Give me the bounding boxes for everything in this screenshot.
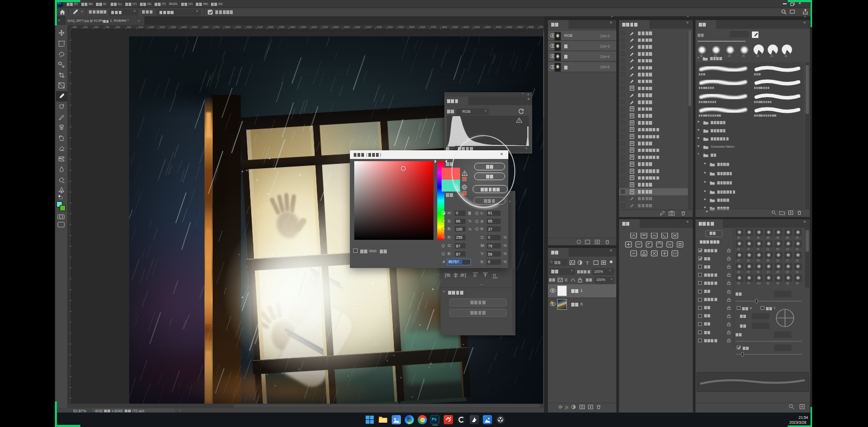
svg-text:4100: 4100	[474, 26, 480, 29]
svg-text:2900: 2900	[344, 26, 350, 29]
svg-text:2800: 2800	[333, 26, 339, 29]
svg-text:800: 800	[116, 26, 120, 29]
svg-text:2700: 2700	[322, 26, 328, 29]
svg-text:fx: fx	[565, 405, 569, 410]
svg-text:400: 400	[73, 26, 77, 29]
svg-text:700: 700	[105, 26, 110, 29]
svg-text:2100: 2100	[257, 26, 263, 29]
svg-text:4700: 4700	[539, 26, 543, 29]
svg-text:1400: 1400	[181, 26, 187, 29]
svg-text:2400: 2400	[290, 26, 296, 29]
svg-text:T: T	[586, 260, 589, 266]
svg-text:1700: 1700	[214, 26, 220, 29]
svg-text:500: 500	[84, 26, 88, 29]
svg-text:4300: 4300	[496, 26, 502, 29]
svg-text:1600: 1600	[203, 26, 209, 29]
svg-text:1100: 1100	[149, 26, 154, 29]
svg-text:1200: 1200	[159, 26, 165, 29]
svg-text:4200: 4200	[485, 26, 491, 29]
svg-text:1900: 1900	[235, 26, 241, 29]
svg-text:1800: 1800	[225, 26, 231, 29]
svg-text:2600: 2600	[311, 26, 317, 29]
svg-text:3600: 3600	[420, 26, 426, 29]
svg-text:3900: 3900	[452, 26, 458, 29]
svg-text:2000: 2000	[246, 26, 252, 29]
svg-text:3800: 3800	[442, 26, 448, 29]
svg-text:900: 900	[127, 26, 131, 29]
svg-text:2300: 2300	[279, 26, 285, 29]
svg-text:3500: 3500	[409, 26, 415, 29]
svg-text:2200: 2200	[268, 26, 274, 29]
svg-text:1300: 1300	[170, 26, 176, 29]
svg-text:1000: 1000	[138, 26, 144, 29]
svg-text:600: 600	[94, 26, 99, 29]
svg-text:3100: 3100	[366, 26, 372, 29]
svg-text:3400: 3400	[398, 26, 404, 29]
svg-text:4500: 4500	[518, 26, 524, 29]
svg-text:3700: 3700	[431, 26, 437, 29]
svg-text:4600: 4600	[528, 26, 534, 29]
svg-text:3200: 3200	[376, 26, 382, 29]
svg-text:1500: 1500	[192, 26, 198, 29]
svg-text:3300: 3300	[387, 26, 393, 29]
svg-text:3000: 3000	[355, 26, 361, 29]
svg-text:2500: 2500	[301, 26, 307, 29]
svg-text:4400: 4400	[507, 26, 513, 29]
svg-text:4000: 4000	[463, 26, 469, 29]
